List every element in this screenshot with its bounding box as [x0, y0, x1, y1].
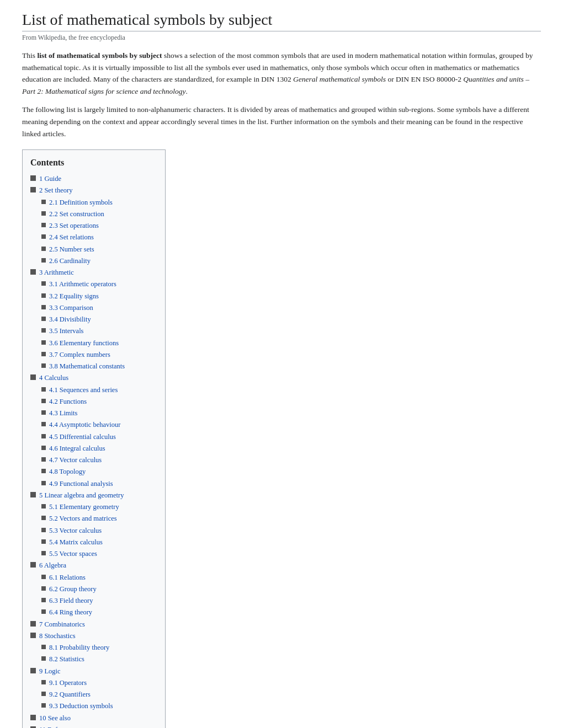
toc-link[interactable]: 4.4 Asymptotic behaviour: [49, 419, 121, 431]
toc-link[interactable]: 2.3 Set operations: [49, 220, 99, 232]
intro-text-start: This: [22, 51, 37, 60]
toc-link[interactable]: 8 Stochastics: [39, 630, 76, 642]
toc-link[interactable]: 4.2 Functions: [49, 396, 87, 408]
toc-bullet-icon: [41, 281, 46, 286]
toc-item: 6.1 Relations: [41, 572, 155, 584]
toc-link[interactable]: 4 Calculus: [39, 372, 68, 384]
toc-bullet-icon: [41, 586, 46, 591]
toc-bullet-icon: [41, 410, 46, 415]
toc-bullet-icon: [41, 469, 46, 473]
toc-bullet-icon: [30, 374, 36, 380]
toc-bullet-icon: [41, 211, 46, 216]
toc-link[interactable]: 5.3 Vector calculus: [49, 525, 102, 537]
toc-link[interactable]: 4.9 Functional analysis: [49, 478, 113, 490]
toc-item: 5.5 Vector spaces: [41, 548, 155, 560]
toc-link[interactable]: 8.1 Probability theory: [49, 642, 109, 654]
toc-link[interactable]: 9.3 Deduction symbols: [49, 700, 113, 712]
toc-link[interactable]: 2 Set theory: [39, 185, 72, 196]
toc-link[interactable]: 2.5 Number sets: [49, 244, 94, 255]
toc-link[interactable]: 3.8 Mathematical constants: [49, 361, 125, 372]
toc-bullet-icon: [41, 247, 46, 251]
toc-bullet-icon: [41, 481, 46, 485]
toc-link[interactable]: 3.7 Complex numbers: [49, 349, 110, 361]
toc-link[interactable]: 3.6 Elementary functions: [49, 338, 119, 349]
toc-link[interactable]: 11 References: [39, 724, 78, 728]
toc-bullet-icon: [41, 692, 46, 696]
toc-bullet-icon: [41, 609, 46, 614]
toc-bullet-icon: [30, 715, 36, 720]
toc-item: 3.6 Elementary functions: [41, 338, 155, 349]
toc-link[interactable]: 4.6 Integral calculus: [49, 443, 105, 454]
toc-bullet-icon: [41, 516, 46, 520]
toc-item: 2 Set theory: [30, 185, 155, 196]
toc-item: 5.2 Vectors and matrices: [41, 513, 155, 524]
toc-item: 3.1 Arithmetic operators: [41, 279, 155, 290]
toc-bullet-icon: [41, 363, 46, 368]
toc-item: 4.3 Limits: [41, 408, 155, 419]
toc-bullet-icon: [41, 422, 46, 426]
toc-link[interactable]: 7 Combinatorics: [39, 619, 85, 630]
toc-link[interactable]: 3.4 Divisibility: [49, 314, 91, 325]
table-of-contents: Contents 1 Guide2 Set theory2.1 Definiti…: [22, 149, 166, 728]
toc-item: 4.4 Asymptotic behaviour: [41, 419, 155, 431]
toc-link[interactable]: 3 Arithmetic: [39, 267, 74, 279]
toc-item: 10 See also: [30, 713, 155, 724]
toc-link[interactable]: 2.6 Cardinality: [49, 255, 91, 267]
toc-link[interactable]: 3.5 Intervals: [49, 325, 83, 337]
toc-bullet-icon: [41, 223, 46, 227]
toc-link[interactable]: 2.1 Definition symbols: [49, 197, 113, 208]
toc-bullet-icon: [41, 293, 46, 298]
toc-link[interactable]: 5 Linear algebra and geometry: [39, 490, 124, 501]
toc-link[interactable]: 8.2 Statistics: [49, 654, 84, 665]
toc-item: 6.3 Field theory: [41, 595, 155, 607]
toc-link[interactable]: 5.5 Vector spaces: [49, 548, 97, 560]
toc-item: 6 Algebra: [30, 560, 155, 571]
toc-link[interactable]: 4.3 Limits: [49, 408, 77, 419]
toc-bullet-icon: [41, 446, 46, 450]
toc-item: 3 Arithmetic: [30, 267, 155, 279]
toc-link[interactable]: 5.2 Vectors and matrices: [49, 513, 117, 524]
toc-item: 3.7 Complex numbers: [41, 349, 155, 361]
intro-bold: list of mathematical symbols by subject: [37, 51, 162, 60]
toc-link[interactable]: 2.4 Set relations: [49, 232, 94, 243]
toc-item: 9.3 Deduction symbols: [41, 700, 155, 712]
toc-bullet-icon: [41, 539, 46, 544]
toc-bullet-icon: [41, 656, 46, 661]
toc-bullet-icon: [41, 598, 46, 602]
toc-item: 2.3 Set operations: [41, 220, 155, 232]
toc-item: 2.1 Definition symbols: [41, 197, 155, 208]
toc-item: 5.4 Matrix calculus: [41, 537, 155, 548]
toc-link[interactable]: 6.3 Field theory: [49, 595, 93, 607]
toc-link[interactable]: 3.3 Comparison: [49, 302, 93, 314]
toc-item: 3.8 Mathematical constants: [41, 361, 155, 372]
toc-item: 4 Calculus: [30, 372, 155, 384]
toc-link[interactable]: 10 See also: [39, 713, 71, 724]
toc-link[interactable]: 9.1 Operators: [49, 677, 87, 689]
toc-item: 8 Stochastics: [30, 630, 155, 642]
toc-link[interactable]: 4.1 Sequences and series: [49, 384, 118, 396]
toc-link[interactable]: 3.1 Arithmetic operators: [49, 279, 116, 290]
toc-bullet-icon: [30, 668, 36, 673]
toc-link[interactable]: 6.1 Relations: [49, 572, 86, 584]
toc-link[interactable]: 6 Algebra: [39, 560, 66, 571]
toc-link[interactable]: 4.8 Topology: [49, 466, 86, 478]
toc-item: 7 Combinatorics: [30, 619, 155, 630]
toc-bullet-icon: [41, 387, 46, 392]
toc-link[interactable]: 6.2 Group theory: [49, 584, 97, 595]
toc-link[interactable]: 6.4 Ring theory: [49, 607, 92, 618]
toc-bullet-icon: [30, 187, 36, 192]
toc-item: 3.4 Divisibility: [41, 314, 155, 325]
toc-link[interactable]: 1 Guide: [39, 173, 61, 185]
toc-item: 4.6 Integral calculus: [41, 443, 155, 454]
toc-link[interactable]: 9 Logic: [39, 666, 61, 677]
toc-link[interactable]: 5.4 Matrix calculus: [49, 537, 103, 548]
toc-link[interactable]: 4.7 Vector calculus: [49, 454, 102, 466]
toc-link[interactable]: 2.2 Set construction: [49, 208, 104, 220]
toc-link[interactable]: 3.2 Equality signs: [49, 291, 99, 302]
toc-bullet-icon: [41, 328, 46, 333]
toc-bullet-icon: [30, 633, 36, 638]
toc-link[interactable]: 9.2 Quantifiers: [49, 689, 91, 700]
toc-item: 8.1 Probability theory: [41, 642, 155, 654]
toc-link[interactable]: 5.1 Elementary geometry: [49, 501, 119, 513]
toc-link[interactable]: 4.5 Differential calculus: [49, 431, 116, 443]
